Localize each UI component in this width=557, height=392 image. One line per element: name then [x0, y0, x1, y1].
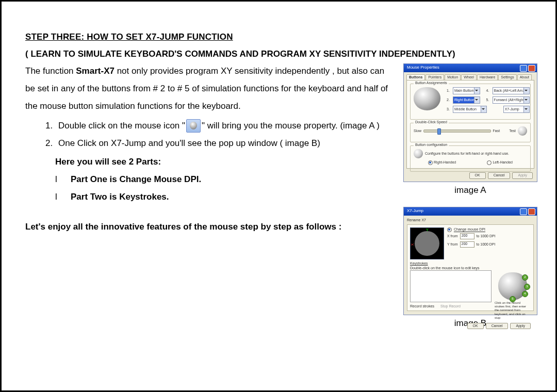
minimize-icon[interactable] [520, 208, 527, 215]
rh-label: Right-Handed [434, 160, 456, 164]
bullet-symbol: l [55, 171, 71, 188]
dot-5[interactable]: 5 [510, 296, 516, 302]
radio-icon [487, 160, 492, 165]
group1-legend: Button Assignments [414, 81, 449, 85]
right-handed-option[interactable]: Right-Handed [428, 160, 456, 165]
tab-hardware[interactable]: Hardware [477, 74, 498, 80]
dot-3[interactable]: 3 [524, 284, 530, 290]
dropdown-5[interactable]: Forward (Alt+Right Arrow) [493, 96, 530, 104]
close-icon[interactable] [528, 65, 535, 72]
cancel-button-b[interactable]: Cancel [486, 323, 509, 329]
step-subtitle: ( LEARN TO SIMULATE KEYBOARD'S COMMANDS … [25, 47, 540, 61]
config-text: Configure the buttons for left-hand or r… [425, 152, 527, 156]
tab-pointers[interactable]: Pointers [425, 74, 444, 80]
fan-icon [415, 231, 439, 256]
dropdown-x7[interactable]: X7-Jump [503, 106, 530, 113]
slider-row: Slow Fast Test [414, 126, 527, 136]
tab-wheel[interactable]: Wheel [461, 74, 477, 80]
record-strokes-button[interactable]: Record strokes [410, 304, 434, 308]
titlebar-b: X7-Jump [404, 207, 537, 216]
help-icon[interactable] [520, 65, 527, 72]
button-assignments-group: Button Assignments 1.Main Button4.Back (… [410, 84, 531, 120]
num2: 2. [447, 98, 451, 102]
test-mouse-icon[interactable] [518, 126, 527, 136]
apply-button-b[interactable]: Apply [510, 323, 531, 329]
part-two-text: Part Two is Keystrokes. [71, 192, 169, 202]
tab-motion[interactable]: Motion [445, 74, 461, 80]
assign-row-2: 2.Right Button5.Forward (Alt+Right Arrow… [447, 96, 530, 104]
radio-row: Right-Handed Left-Handed [414, 160, 527, 165]
group2-legend: Double-Click Speed [414, 120, 449, 124]
window-title-b: X7-Jump [407, 208, 423, 213]
dropdown-3[interactable]: Middle Button [453, 106, 487, 113]
window-controls [520, 65, 535, 72]
dialog-a-buttons: OK Cancel Apply [469, 172, 533, 178]
speed-slider[interactable] [423, 129, 490, 133]
y-input[interactable]: 200 [460, 241, 474, 248]
dropdown-2[interactable]: Right Button [453, 96, 480, 104]
conclusion-text: Let's enjoy all the innovative features … [25, 218, 390, 236]
dot-4[interactable]: 4 [522, 291, 528, 297]
intro-pre: The function [25, 66, 76, 76]
radio-icon[interactable] [447, 227, 452, 232]
part-two-row: lPart Two is Keystrokes. [55, 188, 390, 206]
keystrokes-label: Keystrokes [410, 262, 428, 265]
lh-label: Left-Handed [493, 160, 513, 164]
titlebar-a: Mouse Properties [404, 64, 537, 72]
document-page: STEP THREE: HOW TO SET X7-JUMP FUNCTION … [2, 2, 555, 390]
y-to: to 1000 DPI [477, 242, 496, 247]
content-row: The function Smart-X7 not only provides … [25, 62, 540, 329]
tab-settings[interactable]: Settings [498, 74, 516, 80]
instruction-list: Double click on the mouse icon "" will b… [25, 117, 390, 152]
x-row: X from200to 1000 DPI [447, 233, 531, 239]
y-row: Y from200to 1000 DPI [447, 241, 531, 248]
stop-record-button[interactable]: Stop Record [440, 304, 461, 308]
window-controls-b [520, 208, 535, 215]
keystrokes-textarea[interactable] [410, 270, 492, 302]
dropdown-1[interactable]: Main Button [453, 87, 480, 94]
apply-button[interactable]: Apply [512, 172, 533, 178]
dropdown-4[interactable]: Back (Alt+Left Arrow) [493, 87, 530, 94]
dialog-b-buttons: OK Cancel Apply [410, 323, 531, 329]
intro-paragraph: The function Smart-X7 not only provides … [25, 62, 390, 115]
num4: 4. [486, 89, 490, 93]
window-title-a: Mouse Properties [407, 65, 439, 70]
change-dpi-label: Change mouse DPI [454, 228, 485, 232]
num3: 3. [447, 107, 451, 111]
step1-text-b: " will bring you the mouse property. (im… [202, 121, 380, 130]
num1: 1. [447, 89, 451, 93]
num5: 5. [486, 98, 490, 102]
p1-label: Change mouse DPI [447, 227, 531, 232]
doubleclick-group: Double-Click Speed Slow Fast Test [410, 123, 531, 142]
x-to: to 1000 DPI [477, 234, 496, 238]
record-btn-row: Record strokes Stop Record [410, 304, 492, 308]
slow-label: Slow [414, 129, 421, 133]
mouse-icon [186, 119, 201, 133]
x-input[interactable]: 200 [460, 233, 474, 239]
assign-row-1: 1.Main Button4.Back (Alt+Left Arrow) [447, 87, 530, 94]
ok-button[interactable]: OK [469, 172, 486, 178]
left-column: The function Smart-X7 not only provides … [25, 62, 401, 329]
x-axis-label: X [411, 243, 415, 246]
y-axis-label: Y [426, 228, 429, 232]
cancel-button[interactable]: Cancel [488, 172, 511, 178]
config-mouse-icon [414, 149, 423, 158]
ok-button-b[interactable]: OK [467, 323, 484, 329]
mouse-image [414, 87, 440, 110]
step1-text-a: Double click on the mouse icon " [58, 121, 185, 130]
fast-label: Fast [493, 129, 500, 133]
panel-a: Button Assignments 1.Main Button4.Back (… [406, 80, 534, 169]
dot-2[interactable]: 2 [522, 274, 528, 281]
test-label: Test [509, 129, 516, 133]
intro-bold: Smart-X7 [76, 66, 114, 76]
figb-top-row: Y X Change mouse DPI X from200to 1000 DP… [410, 227, 531, 259]
assign-row-3: 3.Middle ButtonX7-Jump [447, 106, 530, 113]
tab-buttons[interactable]: Buttons [406, 74, 425, 80]
tab-about[interactable]: About [517, 74, 532, 80]
left-handed-option[interactable]: Left-Handed [487, 160, 513, 165]
config-row: Configure the buttons for left-hand or r… [414, 149, 527, 158]
slider-thumb[interactable] [437, 128, 441, 135]
close-icon[interactable] [528, 208, 535, 215]
part-one-row: lPart One is Change Mouse DPI. [55, 171, 390, 188]
dpi-fields: Change mouse DPI X from200to 1000 DPI Y … [447, 227, 531, 259]
